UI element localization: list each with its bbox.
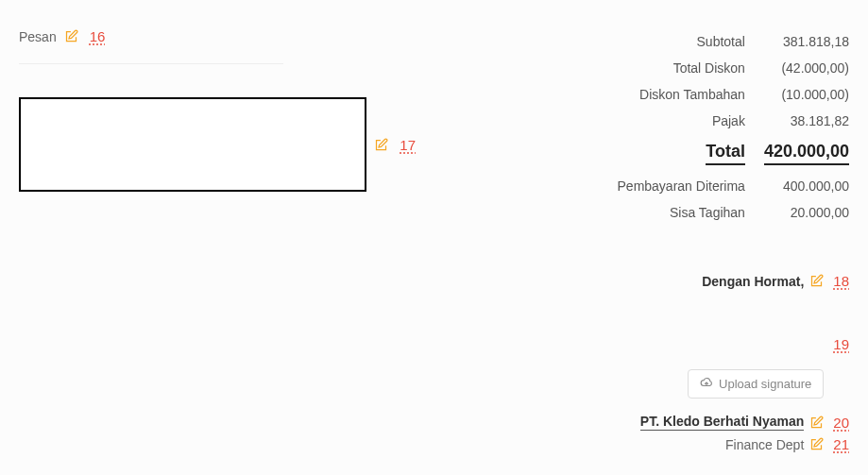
tax-row: Pajak 38.181,82 <box>566 108 849 134</box>
edit-image-icon[interactable] <box>374 138 388 152</box>
company-row: PT. Kledo Berhati Nyaman 20 <box>566 414 849 431</box>
paid-row: Pembayaran Diterima 400.000,00 <box>566 173 849 199</box>
edit-dept-icon[interactable] <box>809 437 824 451</box>
extra-discount-value: (10.000,00) <box>745 81 849 108</box>
subtotal-value: 381.818,18 <box>745 28 849 55</box>
summary-table: Subtotal 381.818,18 Total Diskon (42.000… <box>566 28 849 226</box>
due-value: 20.000,00 <box>745 199 849 226</box>
annotation-21: 21 <box>833 436 849 452</box>
tax-label: Pajak <box>566 108 745 134</box>
message-label: Pesan <box>19 29 57 44</box>
tax-value: 38.181,82 <box>745 108 849 134</box>
closing-row: Dengan Hormat, 18 <box>566 273 849 289</box>
discount-row: Total Diskon (42.000,00) <box>566 55 849 81</box>
upload-signature-label: Upload signature <box>719 377 811 391</box>
edit-company-icon[interactable] <box>809 416 824 430</box>
annotation-20: 20 <box>833 415 849 431</box>
annotation-16: 16 <box>90 28 106 44</box>
edit-closing-icon[interactable] <box>809 274 824 288</box>
dept-name: Finance Dept <box>725 437 804 452</box>
total-value: 420.000,00 <box>764 142 849 165</box>
paid-label: Pembayaran Diterima <box>566 173 745 199</box>
subtotal-label: Subtotal <box>566 28 745 55</box>
paid-value: 400.000,00 <box>745 173 849 199</box>
closing-text: Dengan Hormat, <box>702 274 804 289</box>
total-label: Total <box>706 142 745 165</box>
image-placeholder[interactable] <box>19 97 366 192</box>
image-upload-row: 17 <box>19 97 416 192</box>
upload-icon <box>700 376 713 392</box>
company-name: PT. Kledo Berhati Nyaman <box>640 414 805 431</box>
extra-discount-label: Diskon Tambahan <box>566 81 745 108</box>
message-section: Pesan 16 <box>19 28 283 64</box>
due-row: Sisa Tagihan 20.000,00 <box>566 199 849 226</box>
dept-row: Finance Dept 21 <box>566 436 849 452</box>
total-row: Total 420.000,00 <box>566 134 849 173</box>
discount-label: Total Diskon <box>566 55 745 81</box>
due-label: Sisa Tagihan <box>566 199 745 226</box>
annotation-17: 17 <box>400 137 416 153</box>
discount-value: (42.000,00) <box>745 55 849 81</box>
annotation-19: 19 <box>833 336 849 352</box>
edit-message-icon[interactable] <box>64 29 78 43</box>
extra-discount-row: Diskon Tambahan (10.000,00) <box>566 81 849 108</box>
subtotal-row: Subtotal 381.818,18 <box>566 28 849 55</box>
annotation-18: 18 <box>833 273 849 289</box>
upload-signature-button[interactable]: Upload signature <box>688 369 824 399</box>
